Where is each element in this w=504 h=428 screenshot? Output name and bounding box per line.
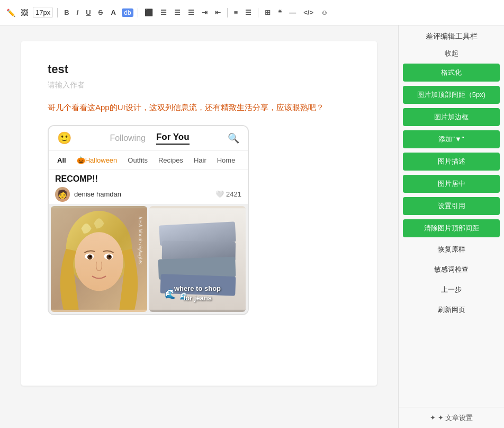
image-center-button[interactable]: 图片居中 <box>403 175 500 193</box>
category-outfits[interactable]: Outfits <box>125 155 150 165</box>
code-button[interactable]: </> <box>301 7 316 17</box>
doc-body-text: 哥几个看看这App的UI设计，这双列信息流，还有精致生活分享，应该眼熟吧？ <box>48 101 350 114</box>
restore-button[interactable]: 恢复原样 <box>403 242 500 257</box>
divider-2 <box>138 8 138 17</box>
align-center-button[interactable]: ☰ <box>158 7 169 17</box>
set-quote-button[interactable]: 设置引用 <box>403 197 500 215</box>
chevron-up-icon: ✦ <box>430 414 436 422</box>
face-scan-icon[interactable]: 🙂 <box>57 131 71 145</box>
svg-point-2 <box>75 232 123 291</box>
image-card-right[interactable]: 🌊 🌊 where to shop for jeans <box>149 206 246 312</box>
collapse-button[interactable]: 收起 <box>403 48 500 59</box>
image-grid: fresh blonde highlights <box>49 204 248 314</box>
main-area: test 请输入作者 哥几个看看这App的UI设计，这双列信息流，还有精致生活分… <box>0 25 504 428</box>
editor-toolbar: ✏️ 🖼 17px B I U S A db ⬛ ☰ ☰ ☰ ⇥ ⇤ ≡ ☰ ⊞… <box>0 0 504 25</box>
clear-top-padding-button[interactable]: 清除图片顶部间距 <box>403 219 500 237</box>
divider-3 <box>227 8 228 17</box>
image-card-left[interactable]: fresh blonde highlights <box>51 206 147 312</box>
italic-button[interactable]: I <box>75 7 81 17</box>
highlight-button[interactable]: db <box>122 8 133 17</box>
pen-icon[interactable]: ✏️ <box>5 7 16 18</box>
recomp-user: 🧑 denise hamdan 🤍 2421 <box>55 187 241 202</box>
category-all[interactable]: All <box>55 155 68 165</box>
hr-button[interactable]: — <box>287 7 298 17</box>
sensitive-check-button[interactable]: 敏感词检查 <box>403 262 500 278</box>
category-halloween[interactable]: 🎃Halloween <box>75 155 120 165</box>
heart-icon: 🤍 <box>215 190 224 198</box>
doc-author-placeholder[interactable]: 请输入作者 <box>48 81 350 90</box>
indent-button[interactable]: ⇥ <box>200 7 210 17</box>
outdent-button[interactable]: ⇤ <box>213 7 223 17</box>
undo-button[interactable]: 上一步 <box>403 282 500 298</box>
right-panel: 差评编辑工具栏 收起 格式化 图片加顶部间距（5px) 图片加边框 添加"▼" … <box>398 25 504 428</box>
image-desc-button[interactable]: 图片描述 <box>403 153 500 171</box>
svg-point-7 <box>89 255 92 257</box>
like-number: 2421 <box>226 190 241 198</box>
font-color-button[interactable]: A <box>108 7 119 18</box>
recomp-title: RECOMP!! <box>55 174 241 184</box>
list-button[interactable]: ≡ <box>232 7 240 17</box>
category-home[interactable]: Home <box>215 155 238 165</box>
avatar-image: 🧑 <box>57 189 68 199</box>
divider-4 <box>258 8 258 17</box>
image-icon[interactable]: 🖼 <box>19 7 30 18</box>
svg-point-8 <box>109 255 111 257</box>
align-left-button[interactable]: ⬛ <box>142 7 155 17</box>
list-ol-button[interactable]: ☰ <box>243 7 254 17</box>
font-size-selector[interactable]: 17px <box>33 7 53 18</box>
quote-button[interactable]: ❝ <box>276 7 284 17</box>
app-search-icon[interactable]: 🔍 <box>228 132 239 144</box>
category-hair[interactable]: Hair <box>192 155 209 165</box>
jeans-label: where to shop for jeans <box>174 284 221 303</box>
bold-button[interactable]: B <box>62 7 71 17</box>
app-header: 🙂 Following For You 🔍 <box>49 126 248 151</box>
recomp-header: RECOMP!! 🧑 denise hamdan 🤍 2421 <box>49 170 248 204</box>
emoji-button[interactable]: ☺ <box>319 7 330 17</box>
underline-button[interactable]: U <box>84 7 93 17</box>
app-tabs: Following For You <box>110 132 189 145</box>
category-bar: All 🎃Halloween Outfits Recipes Hair Home <box>49 151 248 170</box>
align-justify-button[interactable]: ☰ <box>186 7 196 17</box>
panel-title: 差评编辑工具栏 <box>403 32 500 41</box>
align-right-button[interactable]: ☰ <box>172 7 183 17</box>
username: denise hamdan <box>74 190 121 198</box>
doc-title: test <box>48 63 350 76</box>
category-recipes[interactable]: Recipes <box>156 155 185 165</box>
table-button[interactable]: ⊞ <box>263 7 273 17</box>
strikethrough-button[interactable]: S <box>96 7 105 17</box>
divider-1 <box>57 8 58 17</box>
format-button[interactable]: 格式化 <box>403 64 500 82</box>
add-top-padding-button[interactable]: 图片加顶部间距（5px) <box>403 86 500 104</box>
editor-content: test 请输入作者 哥几个看看这App的UI设计，这双列信息流，还有精致生活分… <box>21 41 377 386</box>
like-count: 🤍 2421 <box>215 190 241 198</box>
article-settings-text: ✦ 文章设置 <box>438 414 473 422</box>
tab-following[interactable]: Following <box>110 133 146 143</box>
add-arrow-button[interactable]: 添加"▼" <box>403 130 500 148</box>
img-left-label: fresh blonde highlights <box>138 217 143 264</box>
article-settings[interactable]: ✦ ✦ 文章设置 <box>399 407 504 428</box>
editor-area: test 请输入作者 哥几个看看这App的UI设计，这双列信息流，还有精致生活分… <box>0 25 398 428</box>
phone-mockup: 🙂 Following For You 🔍 All 🎃Halloween Out… <box>48 125 249 315</box>
add-border-button[interactable]: 图片加边框 <box>403 108 500 126</box>
refresh-button[interactable]: 刷新网页 <box>403 302 500 318</box>
tab-for-you[interactable]: For You <box>156 132 190 145</box>
avatar: 🧑 <box>55 187 70 202</box>
article-settings-label: ✦ ✦ 文章设置 <box>430 414 473 422</box>
